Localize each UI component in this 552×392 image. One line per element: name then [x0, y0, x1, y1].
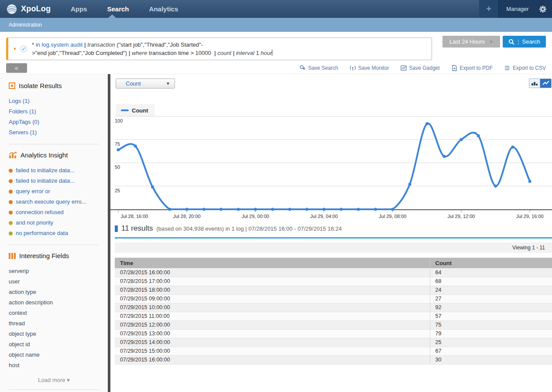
cell-count: 25: [430, 338, 552, 347]
table-row[interactable]: 07/28/2015 16:00:0064: [115, 268, 552, 277]
insight-item[interactable]: failed to initialize data...: [16, 167, 75, 174]
table-row[interactable]: 07/29/2015 11:00:0057: [115, 312, 552, 320]
column-header-time[interactable]: Time: [115, 258, 430, 268]
insight-item[interactable]: connection refused: [16, 209, 64, 215]
isolate-results-icon: [9, 82, 15, 89]
time-range-dropdown[interactable]: Last 24 Hours ▼: [442, 36, 500, 48]
data-point[interactable]: [425, 122, 429, 125]
field-item[interactable]: context: [9, 310, 27, 316]
data-point[interactable]: [254, 208, 257, 211]
y-axis-tick-label: 75: [115, 141, 120, 147]
data-point[interactable]: [151, 185, 154, 188]
bar-chart-toggle[interactable]: [529, 78, 540, 88]
table-row[interactable]: 07/29/2015 14:00:0025: [115, 338, 552, 347]
query-history-caret-icon[interactable]: ▼: [13, 47, 17, 51]
data-point[interactable]: [357, 208, 360, 211]
data-point[interactable]: [117, 148, 120, 151]
data-point[interactable]: [288, 208, 291, 211]
nav-tab-analytics[interactable]: Analytics: [149, 5, 178, 13]
field-item[interactable]: object type: [9, 331, 36, 337]
query-token: >"end job","Thread","Job Completed"): [32, 50, 129, 56]
data-point[interactable]: [391, 208, 394, 211]
toolbar-action-label: Save Gadget: [409, 65, 440, 71]
results-summary: 11 results (based on 304,938 events) in …: [115, 224, 342, 233]
save-monitor-button[interactable]: Save Monitor: [350, 65, 389, 71]
data-point[interactable]: [168, 208, 171, 211]
data-point[interactable]: [511, 146, 514, 149]
field-item[interactable]: user: [9, 278, 20, 285]
column-header-count[interactable]: Count: [430, 258, 552, 268]
save-gadget-button[interactable]: Save Gadget: [401, 65, 440, 71]
cell-time: 07/29/2015 12:00:00: [115, 320, 430, 329]
data-point[interactable]: [237, 208, 240, 211]
manager-menu[interactable]: Manager: [499, 6, 536, 12]
data-point[interactable]: [322, 208, 326, 211]
insight-item[interactable]: no performance data: [16, 230, 68, 236]
load-more-button[interactable]: Load more ▾: [9, 377, 99, 383]
table-row[interactable]: 07/29/2015 10:00:0092: [115, 303, 552, 312]
data-point[interactable]: [271, 208, 274, 211]
data-point[interactable]: [339, 208, 343, 211]
insight-item[interactable]: failed to initialize data...: [16, 177, 75, 184]
data-point[interactable]: [408, 183, 411, 186]
query-line: * in log.system audit | transaction ("st…: [32, 41, 272, 49]
table-row[interactable]: 07/29/2015 09:00:0027: [115, 294, 552, 303]
field-item[interactable]: thread: [9, 320, 25, 327]
interesting-fields-icon: [9, 253, 16, 259]
metric-select-caret-icon: ▼: [166, 81, 170, 86]
line-chart-toggle[interactable]: [540, 78, 552, 88]
field-item[interactable]: action description: [9, 299, 53, 306]
table-row[interactable]: 07/29/2015 16:00:0030: [115, 355, 552, 364]
data-point[interactable]: [477, 134, 480, 137]
time-range-label: Last 24 Hours: [449, 38, 485, 45]
nav-tab-apps[interactable]: Apps: [71, 5, 87, 13]
data-point[interactable]: [134, 145, 137, 148]
query-token: transaction: [87, 41, 117, 48]
add-button[interactable]: +: [479, 0, 499, 18]
field-item[interactable]: host: [9, 362, 20, 368]
y-axis-tick-label: 25: [115, 188, 120, 193]
field-item[interactable]: serverip: [9, 268, 29, 274]
xpolog-logo[interactable]: XpoLog: [6, 3, 58, 15]
insight-item[interactable]: query error or: [16, 188, 50, 194]
data-point[interactable]: [494, 184, 497, 187]
data-point[interactable]: [460, 138, 463, 141]
data-point[interactable]: [305, 208, 309, 211]
data-point[interactable]: [442, 155, 446, 158]
severity-dot-icon: [9, 232, 13, 235]
settings-gear-icon[interactable]: [536, 5, 549, 13]
field-item[interactable]: object id: [9, 341, 30, 348]
nav-tab-search[interactable]: Search: [107, 5, 129, 13]
save-search-button[interactable]: Save Search: [299, 65, 338, 71]
table-row[interactable]: 07/29/2015 15:00:0067: [115, 347, 552, 355]
data-point[interactable]: [219, 208, 223, 211]
data-point[interactable]: [528, 180, 531, 183]
search-query-input[interactable]: ▼ ✓ * in log.system audit | transaction …: [6, 37, 432, 60]
export-to-pdf-button[interactable]: Export to PDF: [451, 65, 493, 71]
table-row[interactable]: 07/29/2015 13:00:0079: [115, 329, 552, 338]
isolate-item[interactable]: Logs (1): [9, 98, 30, 104]
breadcrumb[interactable]: Administration: [9, 22, 42, 28]
export-to-csv-button[interactable]: Export to CSV: [504, 65, 546, 71]
table-row[interactable]: 07/28/2015 17:00:0068: [115, 277, 552, 286]
isolate-item[interactable]: Servers (1): [9, 129, 37, 136]
data-point[interactable]: [374, 208, 377, 211]
insight-item[interactable]: search execute query erro...: [16, 198, 86, 205]
count-series-line[interactable]: [118, 123, 530, 209]
table-row[interactable]: 07/28/2015 18:00:0024: [115, 286, 552, 294]
field-item[interactable]: action type: [9, 289, 36, 295]
data-point[interactable]: [202, 208, 206, 211]
isolate-item[interactable]: AppTags (0): [9, 119, 39, 125]
text-cursor: [272, 50, 272, 56]
collapse-sidebar-button[interactable]: «: [6, 63, 27, 73]
insight-item[interactable]: and not priority: [16, 219, 53, 226]
isolate-item[interactable]: Folders (1): [9, 108, 36, 115]
metric-select-dropdown[interactable]: Count ▼: [116, 78, 175, 89]
bar-chart-icon: [531, 81, 538, 86]
search-button[interactable]: | Search: [503, 36, 546, 48]
count-line-chart[interactable]: 255075100Jul 28, 16:00Jul 28, 20:00Jul 2…: [110, 113, 552, 222]
query-text[interactable]: * in log.system audit | transaction ("st…: [32, 41, 272, 57]
table-row[interactable]: 07/29/2015 12:00:0075: [115, 320, 552, 329]
data-point[interactable]: [185, 208, 189, 211]
field-item[interactable]: object name: [9, 351, 40, 358]
